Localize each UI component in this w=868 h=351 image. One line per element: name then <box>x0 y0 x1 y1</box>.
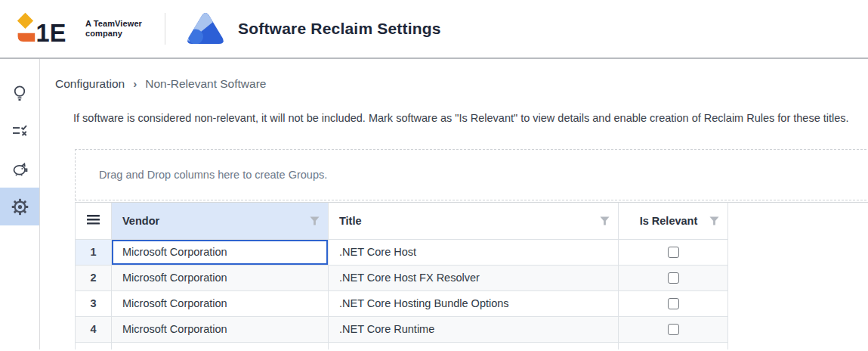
group-drop-zone[interactable]: Drag and Drop columns here to create Gro… <box>75 149 868 200</box>
filter-icon-vendor[interactable] <box>310 216 320 225</box>
svg-text:1E: 1E <box>36 20 66 47</box>
app-header: 1E A TeamViewer company <box>0 0 868 59</box>
breadcrumb: Configuration › Non-Relevant Software <box>55 77 266 91</box>
filter-icon-title[interactable] <box>600 216 610 225</box>
is-relevant-checkbox[interactable] <box>668 272 679 284</box>
filter-icon-is-relevant[interactable] <box>709 216 719 225</box>
gear-icon <box>11 197 29 216</box>
hamburger-icon <box>87 215 100 227</box>
software-reclaim-app-icon <box>186 11 225 46</box>
piggy-bank-icon <box>11 160 29 179</box>
sidebar-item-ideas[interactable] <box>0 74 39 112</box>
column-menu-button[interactable] <box>76 203 112 239</box>
header-divider <box>165 13 165 45</box>
column-header-vendor[interactable]: Vendor <box>112 203 329 239</box>
column-header-is-relevant[interactable]: Is Relevant <box>619 203 728 239</box>
main-content: Configuration › Non-Relevant Software If… <box>40 59 868 349</box>
left-nav-sidebar <box>0 59 40 349</box>
vendor-cell[interactable]: Microsoft Corporation <box>112 239 329 265</box>
title-cell[interactable]: .NET Core Runtime <box>329 316 619 342</box>
page-description: If software is considered non-relevant, … <box>73 112 860 124</box>
lightbulb-icon <box>11 84 29 102</box>
sidebar-item-settings[interactable] <box>0 188 39 225</box>
page-title: Software Reclaim Settings <box>238 20 441 38</box>
table-row: 3 Microsoft Corporation .NET Core Hostin… <box>76 290 728 316</box>
breadcrumb-non-relevant-software: Non-Relevant Software <box>145 77 266 91</box>
is-relevant-checkbox[interactable] <box>668 324 679 335</box>
software-reclaim-settings-window: 1E A TeamViewer company <box>0 0 868 351</box>
table-row: 2 Microsoft Corporation .NET Core Host F… <box>76 265 728 290</box>
table-row: 4 Microsoft Corporation .NET Core Runtim… <box>76 316 728 342</box>
is-relevant-checkbox[interactable] <box>668 298 679 309</box>
group-drop-hint: Drag and Drop columns here to create Gro… <box>76 169 327 181</box>
1e-brand-logo: 1E A TeamViewer company <box>14 11 142 47</box>
table-row: 1 Microsoft Corporation .NET Core Host <box>76 239 728 265</box>
teamviewer-tagline: A TeamViewer company <box>85 19 142 39</box>
column-header-title[interactable]: Title <box>329 203 619 239</box>
breadcrumb-configuration[interactable]: Configuration <box>55 77 125 91</box>
sidebar-item-savings[interactable] <box>0 150 39 188</box>
vendor-cell[interactable]: Microsoft Corporation <box>112 316 329 342</box>
data-grid: Vendor Title Is Relevant <box>75 202 868 349</box>
vendor-cell[interactable]: Microsoft Corporation <box>112 265 329 290</box>
vendor-cell[interactable]: Microsoft Corporation <box>112 290 329 316</box>
grid-header-row: Vendor Title Is Relevant <box>76 203 728 239</box>
sidebar-item-rules[interactable] <box>0 112 39 150</box>
table-row-partial <box>76 342 728 349</box>
title-cell[interactable]: .NET Core Host <box>329 239 619 265</box>
row-number: 3 <box>76 290 112 316</box>
checklist-icon <box>11 122 29 140</box>
title-cell[interactable]: .NET Core Host FX Resolver <box>329 265 619 290</box>
row-number: 4 <box>76 316 112 342</box>
breadcrumb-chevron-icon: › <box>133 77 137 90</box>
1e-logo-icon: 1E <box>14 11 79 47</box>
title-cell[interactable]: .NET Core Hosting Bundle Options <box>329 290 619 316</box>
is-relevant-checkbox[interactable] <box>668 247 679 258</box>
row-number: 1 <box>76 239 112 265</box>
row-number: 2 <box>76 265 112 290</box>
